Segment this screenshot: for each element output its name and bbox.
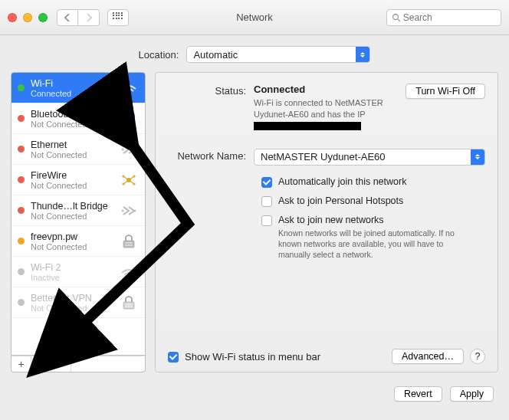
new-networks-row: Ask to join new networks Known networks … [261,215,485,261]
zoom-window[interactable] [38,13,48,22]
traffic-lights [8,13,48,22]
new-networks-checkbox[interactable] [261,215,272,226]
hotspot-checkbox[interactable] [261,196,272,207]
svg-point-16 [127,276,130,279]
service-item[interactable]: Thunde…lt Bridge Not Connected [11,195,145,226]
back-button[interactable] [57,9,78,26]
service-item[interactable]: FireWire Not Connected [11,165,145,195]
service-status: Not Connected [31,242,113,251]
status-dot [18,207,25,214]
forward-button[interactable] [78,9,100,26]
wifi-toggle-button[interactable]: Turn Wi-Fi Off [406,84,485,99]
search-input[interactable] [403,12,496,23]
location-select[interactable]: Automatic [186,46,370,63]
service-item[interactable]: Wi-Fi 2 Inactive [11,257,145,287]
svg-point-12 [134,209,136,212]
menubar-label: Show Wi-Fi status in menu bar [185,351,386,363]
redacted-ip [254,122,361,130]
service-status: Not Connected [31,120,113,129]
advanced-button[interactable]: Advanced… [392,349,464,364]
sidebar-toolbar: + − ✱ [11,356,146,372]
status-dot [18,268,25,275]
svg-text:✱: ✱ [55,359,62,369]
lock-icon [119,294,139,311]
window-title: Network [236,11,273,23]
service-name: Thunde…lt Bridge [31,201,113,212]
search-icon [392,13,400,22]
service-item[interactable]: Betternet VPN Not Connected [11,287,145,318]
help-button[interactable]: ? [470,349,485,364]
menubar-checkbox[interactable] [168,352,179,363]
service-sidebar: Wi-Fi Connected Bluetooth PAN Not Connec… [11,72,146,372]
svg-point-4 [122,148,124,150]
service-name: Wi-Fi [31,78,113,89]
network-name-select[interactable]: NetMASTER Uydunet-AE60 [254,149,485,166]
gear-icon: ✱ [55,359,67,369]
revert-button[interactable]: Revert [394,386,442,402]
hotspot-label: Ask to join Personal Hotspots [278,195,403,206]
service-item[interactable]: Bluetooth PAN Not Connected [11,103,145,134]
service-action-button[interactable]: ✱ [51,356,71,372]
service-status: Not Connected [31,181,113,190]
chevron-updown-icon [356,47,369,62]
status-description: Wi-Fi is connected to NetMASTER Uydunet-… [254,97,396,132]
service-status: Not Connected [31,304,113,313]
add-service-button[interactable]: + [11,356,31,372]
chevron-updown-icon [471,149,484,165]
nav-buttons [57,9,100,26]
status-dot [18,238,25,244]
new-networks-desc: Known networks will be joined automatica… [278,228,478,261]
status-value: Connected [254,84,396,95]
service-status: Inactive [31,273,113,282]
bluetooth-icon [119,110,139,127]
svg-point-11 [122,209,124,212]
service-item[interactable]: freevpn.pw Not Connected [11,226,145,257]
status-label: Status: [168,84,254,97]
svg-point-5 [134,148,136,150]
network-name-label: Network Name: [168,149,254,162]
svg-rect-17 [123,302,134,309]
svg-point-2 [127,92,130,95]
wifi-icon [119,80,139,97]
status-dot [18,176,25,183]
auto-join-row: Automatically join this network [261,176,485,188]
svg-rect-13 [123,241,134,248]
ethernet-icon [119,202,139,219]
footer: Revert Apply [0,379,509,402]
titlebar: Network [0,0,509,35]
search-field[interactable] [386,9,501,26]
apply-button[interactable]: Apply [450,386,494,402]
status-dot [18,84,25,91]
service-item[interactable]: Ethernet Not Connected [11,134,145,165]
service-list[interactable]: Wi-Fi Connected Bluetooth PAN Not Connec… [11,72,146,356]
grid-icon [113,12,123,23]
detail-panel: Status: Connected Wi-Fi is connected to … [155,72,498,372]
service-name: Ethernet [31,139,113,150]
remove-service-button[interactable]: − [31,356,51,372]
service-item[interactable]: Wi-Fi Connected [11,73,145,103]
location-label: Location: [139,49,179,61]
svg-point-0 [393,14,399,19]
auto-join-checkbox[interactable] [261,177,272,188]
status-dot [18,115,25,122]
network-name-value: NetMASTER Uydunet-AE60 [254,151,471,162]
close-window[interactable] [8,13,17,22]
minimize-window[interactable] [23,13,32,22]
firewire-icon [119,172,139,189]
service-name: Betternet VPN [31,293,113,304]
service-status: Connected [31,89,113,98]
show-all-button[interactable] [107,9,129,26]
service-name: FireWire [31,170,113,181]
status-dot [18,299,25,306]
hotspot-row: Ask to join Personal Hotspots [261,195,485,207]
service-name: freevpn.pw [31,231,113,242]
new-networks-label: Ask to join new networks [278,215,478,225]
location-value: Automatic [187,49,356,61]
auto-join-label: Automatically join this network [278,176,406,187]
service-status: Not Connected [31,150,113,159]
location-row: Location: Automatic [0,35,509,72]
service-name: Bluetooth PAN [31,109,113,120]
service-name: Wi-Fi 2 [31,262,113,273]
service-status: Not Connected [31,212,113,221]
svg-line-1 [398,19,400,21]
